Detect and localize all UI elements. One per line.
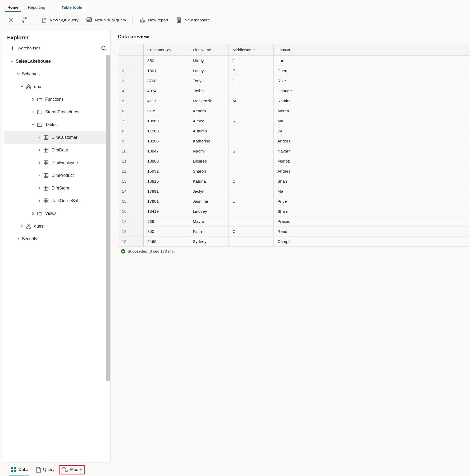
table-row[interactable]: 17239MayraPrasad <box>118 216 470 227</box>
tree-node-dbo[interactable]: dbo <box>2 80 110 93</box>
tree-node-guest[interactable]: guest <box>2 220 110 233</box>
view-tab-data[interactable]: Data <box>7 465 31 475</box>
cell: Chande <box>274 86 470 96</box>
row-index: 14 <box>118 186 144 196</box>
button-label: New SQL query <box>50 18 79 22</box>
new-measure-button[interactable]: New measure <box>172 15 214 25</box>
tree-label: SalesLakehouse <box>16 59 51 64</box>
chevron-right-icon <box>37 186 42 190</box>
chevron-right-icon <box>37 161 42 165</box>
cell: 239 <box>144 216 189 227</box>
tree-node-schemas[interactable]: Schemas <box>2 68 110 80</box>
tree-label: DimEmployee <box>52 160 78 165</box>
refresh-button[interactable] <box>18 15 31 25</box>
tree-table-dimproduct[interactable]: DimProduct <box>2 169 110 182</box>
cell: Mindy <box>189 56 229 66</box>
view-tab-query[interactable]: Query <box>32 465 58 475</box>
chevron-right-icon <box>20 224 24 228</box>
grid-header: CustomerKey FirstName MiddleName LastNa <box>118 44 470 56</box>
scrollbar[interactable] <box>106 55 110 463</box>
column-header[interactable]: CustomerKey <box>144 44 189 56</box>
table-row[interactable]: 1350MindyJLuo <box>118 56 470 66</box>
cell: Lacey <box>189 66 229 76</box>
table-icon <box>43 198 49 204</box>
table-row[interactable]: 21801LaceyEChen <box>118 66 470 76</box>
table-row[interactable]: 18850FaithCReed <box>118 227 470 237</box>
tree-table-factonlinesal...[interactable]: FactOnlineSal... <box>2 195 110 207</box>
button-label: New visual query <box>95 18 126 22</box>
table-row[interactable]: 1013847NaomiSNavarr <box>118 146 470 156</box>
new-sql-query-button[interactable]: New SQL query <box>37 15 82 25</box>
cell: Jaclyn <box>189 186 229 196</box>
tree-table-dimstore[interactable]: DimStore <box>2 182 110 195</box>
chevron-right-icon <box>37 199 42 203</box>
chevron-right-icon <box>16 237 20 241</box>
cell: Munoz <box>274 156 470 166</box>
table-row[interactable]: 1417891JaclynMa <box>118 186 470 196</box>
search-icon[interactable] <box>101 45 107 51</box>
tab-reporting[interactable]: Reporting <box>23 2 50 12</box>
success-icon <box>121 249 125 253</box>
row-index: 8 <box>118 126 144 136</box>
chevron-right-icon <box>31 110 35 114</box>
table-row[interactable]: 33708TonyaJRaje <box>118 76 470 86</box>
table-row[interactable]: 811569AutumnWu <box>118 126 470 136</box>
cell: Jasmine <box>189 196 229 206</box>
cell: Lindsey <box>189 206 229 216</box>
row-index: 7 <box>118 116 144 126</box>
tree-label: DimStore <box>52 186 69 191</box>
table-row[interactable]: 913206KatherineAnders <box>118 136 470 146</box>
table-row[interactable]: 54117MackenzieMRamire <box>118 96 470 106</box>
tree-label: FactOnlineSal... <box>52 198 82 203</box>
cell: Moren <box>274 106 470 116</box>
tree-label: Views <box>45 211 56 216</box>
table-row[interactable]: 1517901JasmineLPrice <box>118 196 470 206</box>
row-index: 18 <box>118 227 144 237</box>
tree-label: dbo <box>34 84 41 89</box>
tree-root-saleslakehouse[interactable]: SalesLakehouse <box>2 55 110 68</box>
tree-table-dimcustomer[interactable]: DimCustomer <box>4 131 109 144</box>
table-row[interactable]: 1618419LindseySharm <box>118 206 470 216</box>
settings-button[interactable] <box>4 15 18 25</box>
chevron-right-icon <box>37 135 42 140</box>
table-icon <box>43 160 49 166</box>
tab-table-tools[interactable]: Table tools <box>57 2 87 12</box>
tree-table-dimemployee[interactable]: DimEmployee <box>2 156 110 169</box>
tree-table-dimdate[interactable]: DimDate <box>2 144 110 156</box>
cell: Wu <box>274 126 470 136</box>
table-row[interactable]: 69139KendraMoren <box>118 106 470 116</box>
table-row[interactable]: 1316815KatrinaCShan <box>118 176 470 186</box>
chevron-right-icon <box>31 211 35 216</box>
table-row[interactable]: 192466SydneyCampb <box>118 237 470 247</box>
column-header[interactable]: LastNa <box>274 44 470 56</box>
tree-node-stored-procedures[interactable]: StoredProcedures <box>2 106 110 118</box>
tree-node-functions[interactable]: Functions <box>2 93 110 106</box>
cell: 11569 <box>144 126 189 136</box>
tab-home[interactable]: Home <box>3 2 23 12</box>
tree-node-views[interactable]: Views <box>2 207 110 220</box>
column-header[interactable]: MiddleName <box>229 44 274 56</box>
explorer-tree: SalesLakehouse Schemas dbo Functions Sto… <box>2 55 110 463</box>
new-report-button[interactable]: New report <box>135 15 172 25</box>
cell: 1801 <box>144 66 189 76</box>
column-header[interactable]: FirstName <box>189 44 229 56</box>
add-warehouses-button[interactable]: Warehouses <box>6 44 44 52</box>
table-row[interactable]: 1113880DesireeMunoz <box>118 156 470 166</box>
table-row[interactable]: 44074TashaChande <box>118 86 470 96</box>
folder-icon <box>37 109 43 115</box>
new-visual-query-button[interactable]: New visual query <box>82 15 130 25</box>
cell: 13880 <box>144 156 189 166</box>
cell: Faith <box>189 227 229 237</box>
explorer-toolbar: Warehouses <box>2 44 110 55</box>
row-index: 17 <box>118 216 144 227</box>
main-area: Explorer Warehouses SalesLakehouse Schem… <box>0 28 470 463</box>
button-label: New measure <box>185 18 210 22</box>
cell: Tonya <box>189 76 229 86</box>
table-row[interactable]: 710869AimeeRMa <box>118 116 470 126</box>
view-tab-model[interactable]: Model <box>59 465 85 474</box>
tree-node-tables[interactable]: Tables <box>2 118 110 131</box>
tab-label: Data <box>19 467 28 472</box>
tree-node-security[interactable]: Security <box>2 233 110 245</box>
cell: L <box>229 196 274 206</box>
table-row[interactable]: 1215931SharonAnders <box>118 166 470 176</box>
